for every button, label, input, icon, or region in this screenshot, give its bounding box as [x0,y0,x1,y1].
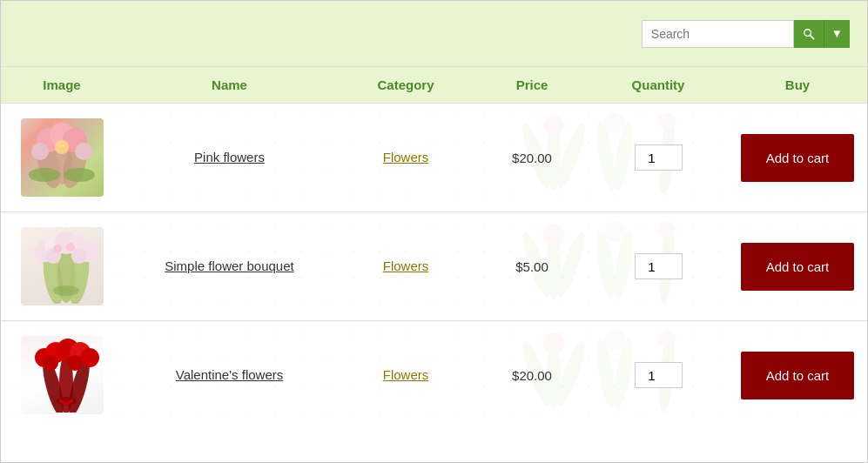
svg-point-8 [604,112,625,133]
add-to-cart-button[interactable]: Add to cart [741,134,854,182]
cell-category: Flowers [336,250,475,283]
cell-buy: Add to cart [728,125,867,191]
product-image [21,118,104,197]
svg-point-5 [543,115,564,136]
svg-line-1 [811,35,814,38]
cell-price: $20.00 [475,142,589,174]
cell-name: Pink flowers [123,141,336,174]
quantity-input[interactable] [635,362,683,388]
cell-image [1,218,123,314]
svg-point-28 [604,221,625,242]
svg-point-20 [29,168,60,182]
svg-point-62 [67,355,83,371]
table-row: Simple flower bouquet Flowers $5.00 Add … [1,211,867,320]
table-row: Valentine's flowers Flowers $20.00 Add t… [1,320,867,429]
svg-point-40 [71,248,87,264]
category-link[interactable]: Flowers [383,367,429,382]
cell-category: Flowers [336,359,475,392]
col-header-image: Image [1,77,123,92]
search-button[interactable] [794,20,824,48]
product-name-link[interactable]: Valentine's flowers [176,367,283,382]
search-wrapper: ▼ [642,20,850,48]
svg-point-17 [31,143,49,160]
product-name-link[interactable]: Pink flowers [194,150,265,164]
svg-point-50 [604,330,625,351]
svg-point-19 [55,140,69,154]
quantity-input[interactable] [635,253,683,279]
svg-point-60 [80,348,99,367]
page-header: ▼ [1,1,867,66]
cell-price: $20.00 [475,359,589,392]
cell-quantity [589,245,728,288]
svg-point-10 [658,112,676,130]
svg-point-61 [43,355,58,371]
svg-point-42 [66,243,75,252]
svg-point-47 [543,332,564,353]
cell-name: Valentine's flowers [123,359,336,392]
add-to-cart-button[interactable]: Add to cart [741,352,854,399]
cell-name: Simple flower bouquet [123,250,336,283]
cell-image [1,110,123,205]
table-header: Image Name Category Price Quantity Buy [1,66,867,103]
add-to-cart-button[interactable]: Add to cart [741,243,854,291]
chevron-down-icon: ▼ [831,27,843,40]
svg-point-30 [658,221,676,238]
svg-point-52 [658,330,676,347]
cell-quantity [589,136,728,179]
col-header-category: Category [336,77,475,92]
cell-buy: Add to cart [728,343,867,408]
svg-point-25 [543,224,564,245]
search-input[interactable] [642,20,794,48]
svg-point-18 [75,143,92,160]
cell-image [1,327,123,423]
cell-category: Flowers [336,141,475,174]
cell-buy: Add to cart [728,234,867,299]
col-header-quantity: Quantity [589,77,728,92]
svg-point-21 [64,168,95,182]
col-header-price: Price [475,77,589,92]
search-icon [803,28,815,40]
product-image [21,336,104,414]
cell-quantity [589,353,728,397]
col-header-buy: Buy [728,77,867,92]
quantity-input[interactable] [635,144,683,171]
table-row: Pink flowers Flowers $20.00 Add to cart [1,103,867,211]
svg-point-41 [53,245,62,253]
product-name-link[interactable]: Simple flower bouquet [165,258,293,273]
category-link[interactable]: Flowers [383,150,429,164]
table-body: Pink flowers Flowers $20.00 Add to cart [1,103,867,429]
col-header-name: Name [123,77,336,92]
cell-price: $5.00 [475,251,589,283]
product-image [21,227,104,305]
category-link[interactable]: Flowers [383,258,429,273]
svg-point-43 [53,285,79,296]
search-dropdown-button[interactable]: ▼ [824,20,850,48]
